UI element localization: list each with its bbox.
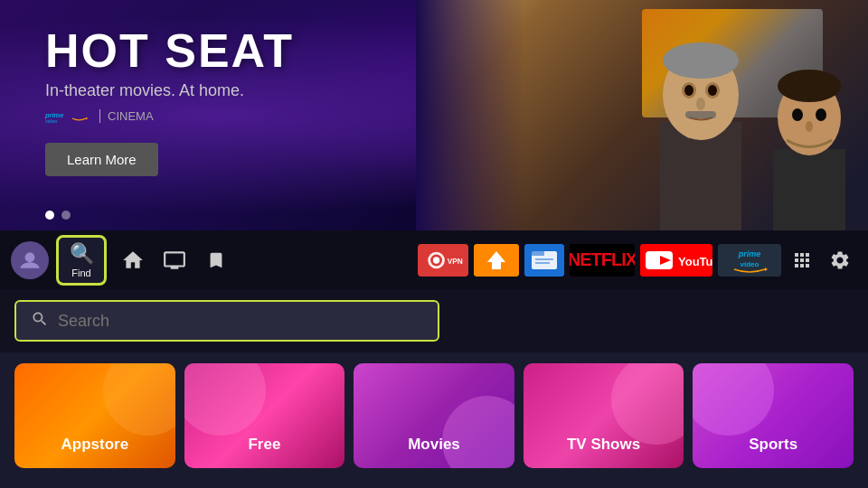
sports-label: Sports <box>749 436 797 454</box>
appstore-circle <box>103 363 175 436</box>
hero-subtitle: In-theater movies. At home. <box>45 81 294 100</box>
dot-2[interactable] <box>61 211 71 220</box>
free-circle <box>184 363 266 436</box>
appstore-label: Appstore <box>61 436 128 454</box>
search-bar[interactable] <box>14 300 439 342</box>
tvshows-circle <box>611 363 684 445</box>
svg-rect-29 <box>535 258 553 260</box>
svg-point-8 <box>684 85 693 96</box>
hero-content: HOT SEAT In-theater movies. At home. pri… <box>45 27 294 176</box>
free-tile[interactable]: Free <box>184 363 345 468</box>
sports-circle <box>693 363 774 436</box>
find-button[interactable]: 🔍 Find <box>56 235 107 286</box>
svg-text:YouTube: YouTube <box>678 255 712 268</box>
navigation-bar: 🔍 Find VPN <box>0 230 868 289</box>
tvshows-label: TV Shows <box>567 436 640 454</box>
appstore-tile[interactable]: Appstore <box>14 363 175 468</box>
character-2 <box>750 50 868 230</box>
svg-point-5 <box>663 42 739 79</box>
hero-fade <box>416 0 524 230</box>
youtube-icon[interactable]: YouTube <box>640 244 712 277</box>
hero-brand: prime video CINEMA <box>45 109 294 123</box>
prime-video-icon[interactable]: prime video <box>718 244 781 277</box>
svg-text:prime: prime <box>738 249 761 258</box>
downloader-icon[interactable] <box>474 244 519 277</box>
app-icons-row: VPN NETFLIX <box>418 244 781 277</box>
svg-rect-12 <box>773 149 845 230</box>
svg-point-22 <box>433 257 439 263</box>
svg-text:video: video <box>741 260 760 268</box>
hero-cinema-label: CINEMA <box>99 109 154 123</box>
sports-tile[interactable]: Sports <box>693 363 854 468</box>
expressvpn-icon[interactable]: VPN <box>418 244 468 277</box>
hero-dots <box>45 211 71 220</box>
settings-button[interactable] <box>823 243 857 277</box>
free-label: Free <box>248 436 280 454</box>
categories-row: Appstore Free Movies TV Shows Sports <box>0 352 868 479</box>
svg-point-9 <box>708 85 717 96</box>
file-commander-icon[interactable] <box>524 244 564 277</box>
find-label: Find <box>71 267 90 278</box>
tv-button[interactable] <box>156 241 193 279</box>
hero-banner: HOT SEAT In-theater movies. At home. pri… <box>0 0 868 230</box>
svg-text:VPN: VPN <box>448 256 463 265</box>
apps-grid-button[interactable] <box>785 243 819 277</box>
svg-rect-11 <box>685 111 716 118</box>
svg-text:video: video <box>45 118 57 123</box>
svg-point-14 <box>778 70 841 102</box>
search-magnifier-icon <box>31 310 49 333</box>
search-icon: 🔍 <box>70 242 94 266</box>
home-button[interactable] <box>114 241 152 279</box>
bookmark-button[interactable] <box>197 241 235 279</box>
svg-marker-2 <box>86 117 89 120</box>
svg-rect-30 <box>535 262 550 264</box>
svg-text:NETFLIX: NETFLIX <box>570 249 635 269</box>
svg-point-15 <box>792 108 803 121</box>
svg-point-17 <box>806 121 813 132</box>
prime-logo: prime video <box>45 109 90 123</box>
search-input[interactable] <box>58 312 423 331</box>
tvshows-tile[interactable]: TV Shows <box>524 363 684 468</box>
hero-image <box>416 0 868 230</box>
movies-tile[interactable]: Movies <box>354 363 514 468</box>
hero-title: HOT SEAT <box>45 27 294 74</box>
svg-point-16 <box>816 108 826 121</box>
search-section <box>0 289 868 352</box>
svg-point-18 <box>25 252 35 262</box>
movies-label: Movies <box>408 436 460 454</box>
svg-rect-28 <box>532 251 544 256</box>
movies-circle <box>442 396 514 468</box>
user-avatar[interactable] <box>11 241 49 279</box>
dot-1[interactable] <box>45 211 54 220</box>
learn-more-button[interactable]: Learn More <box>45 143 158 176</box>
svg-point-10 <box>696 98 705 110</box>
netflix-icon[interactable]: NETFLIX <box>570 244 635 277</box>
prime-video-logo: prime video <box>45 109 90 123</box>
